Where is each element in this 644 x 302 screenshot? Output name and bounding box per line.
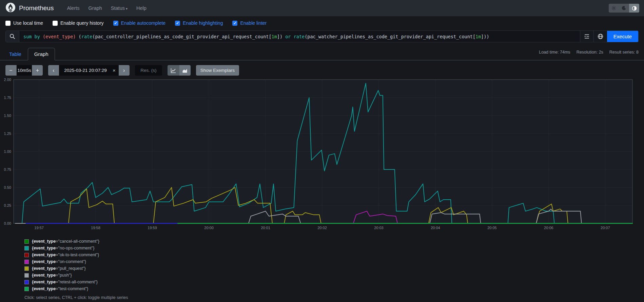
query-expression-input[interactable]: sum by (event_type) (rate(pac_controller… [19, 31, 580, 42]
svg-text:19:59: 19:59 [148, 226, 157, 230]
query-token: (pac_controller_pipelines_as_code_git_pr… [92, 34, 271, 39]
legend-label: {event_type="ok-to-test-comment"} [32, 253, 99, 257]
checkbox-checked-icon[interactable]: ✓ [232, 21, 237, 26]
option-label: Enable query history [60, 20, 104, 26]
query-token [40, 34, 43, 39]
metrics-explorer-button[interactable] [593, 31, 607, 42]
legend-swatch [24, 266, 29, 271]
theme-light-button[interactable] [609, 4, 619, 13]
legend-swatch [24, 273, 29, 278]
search-icon [6, 31, 19, 42]
query-token: 1m [475, 34, 481, 39]
svg-text:0.00: 0.00 [4, 221, 11, 225]
datetime-input[interactable] [59, 68, 112, 73]
svg-text:20:03: 20:03 [374, 226, 384, 230]
legend-item-test-comment[interactable]: {event_type="test-comment"} [24, 286, 644, 291]
line-chart-icon [171, 68, 176, 73]
range-input[interactable] [16, 65, 32, 76]
query-token: (pac_watcher_pipelines_as_code_git_provi… [305, 34, 475, 39]
svg-text:1.00: 1.00 [4, 149, 11, 154]
resolution-input[interactable] [135, 65, 162, 76]
svg-text:20:04: 20:04 [431, 226, 440, 230]
legend-swatch [24, 239, 29, 244]
checkbox-icon[interactable] [53, 21, 58, 26]
option-use-local-time[interactable]: Use local time [5, 20, 43, 26]
clear-time-icon[interactable]: × [112, 67, 119, 73]
resolution: Resolution: 2s [577, 50, 603, 55]
nav-item-alerts[interactable]: Alerts [67, 5, 79, 11]
legend-swatch [24, 246, 29, 250]
show-exemplars-button[interactable]: Show Exemplars [196, 65, 239, 76]
query-token: (event_type) [43, 34, 76, 39]
legend-label: {event_type="pull_request"} [32, 266, 86, 271]
time-forward-button[interactable]: › [119, 65, 130, 76]
graph-plot[interactable]: 0.000.250.500.751.001.251.501.752.0019:5… [4, 78, 640, 231]
svg-text:1.75: 1.75 [4, 96, 11, 100]
datetime-field: × [59, 65, 119, 76]
query-token [32, 34, 34, 39]
navbar: Prometheus Alerts Graph Status▾ Help [0, 0, 644, 16]
checkbox-checked-icon[interactable]: ✓ [113, 21, 118, 26]
option-enable-highlighting[interactable]: ✓Enable highlighting [175, 20, 223, 26]
svg-text:19:58: 19:58 [91, 226, 100, 230]
half-circle-icon [632, 6, 637, 11]
query-token: ]) [277, 34, 285, 39]
legend-item-on-comment[interactable]: {event_type="on-comment"} [24, 259, 644, 264]
option-label: Enable highlighting [183, 20, 223, 26]
option-label: Use local time [13, 20, 43, 26]
svg-text:0.75: 0.75 [4, 167, 11, 172]
line-chart-button[interactable] [168, 65, 179, 76]
svg-text:20:07: 20:07 [601, 226, 610, 230]
tab-table[interactable]: Table [3, 48, 28, 60]
globe-icon [598, 34, 603, 39]
query-token [291, 34, 294, 39]
range-decrease-button[interactable]: − [5, 65, 16, 76]
tab-graph[interactable]: Graph [28, 48, 55, 60]
legend-item-retest-all-comment[interactable]: {event_type="retest-all-comment"} [24, 280, 644, 284]
legend-swatch [24, 287, 29, 291]
prometheus-logo-icon [5, 2, 16, 14]
legend-item-ok-to-test-comment[interactable]: {event_type="ok-to-test-comment"} [24, 253, 644, 257]
chevron-down-icon: ▾ [126, 7, 128, 11]
brand[interactable]: Prometheus [5, 2, 54, 14]
tree-view-icon [584, 34, 590, 39]
time-back-button[interactable]: ‹ [48, 65, 59, 76]
legend-item-push[interactable]: {event_type="push"} [24, 273, 644, 278]
option-enable-linter[interactable]: ✓Enable linter [232, 20, 267, 26]
stacked-chart-button[interactable] [179, 65, 191, 76]
checkbox-icon[interactable] [5, 21, 11, 26]
checkbox-checked-icon[interactable]: ✓ [175, 21, 180, 26]
option-enable-autocomplete[interactable]: ✓Enable autocomplete [113, 20, 166, 26]
query-token: rate [81, 34, 93, 39]
legend-label: {event_type="test-comment"} [32, 286, 88, 291]
chart-area: 0.000.250.500.751.001.251.501.752.0019:5… [0, 77, 644, 232]
time-control-group: ‹ × › [48, 65, 130, 76]
query-token: ( [76, 34, 81, 39]
legend-label: {event_type="on-comment"} [32, 259, 86, 264]
range-increase-button[interactable]: + [32, 65, 43, 76]
svg-text:1.25: 1.25 [4, 132, 11, 136]
theme-dark-button[interactable] [619, 4, 629, 13]
query-token: or [285, 34, 291, 39]
query-token: 1m [272, 34, 277, 39]
svg-text:20:01: 20:01 [261, 226, 270, 230]
sun-icon [611, 6, 616, 11]
query-stats: Load time: 74ms Resolution: 2s Result se… [539, 50, 639, 55]
legend-item-cancel-all-comment[interactable]: {event_type="cancel-all-comment"} [24, 239, 644, 244]
legend-item-no-ops-comment[interactable]: {event_type="no-ops-comment"} [24, 246, 644, 250]
nav-item-graph[interactable]: Graph [89, 5, 102, 11]
svg-text:2.00: 2.00 [4, 78, 11, 82]
theme-auto-button[interactable] [629, 4, 639, 13]
range-control-group: − + [5, 65, 43, 76]
option-label: Enable linter [240, 20, 267, 26]
legend-item-pull_request[interactable]: {event_type="pull_request"} [24, 266, 644, 271]
option-enable-query-history[interactable]: Enable query history [53, 20, 104, 26]
moon-icon [622, 6, 626, 11]
nav-item-status[interactable]: Status▾ [111, 5, 128, 11]
legend-label: {event_type="cancel-all-comment"} [32, 239, 99, 244]
app-title: Prometheus [19, 4, 54, 12]
svg-text:0.50: 0.50 [4, 185, 11, 189]
query-tree-view-button[interactable] [580, 31, 593, 42]
nav-item-help[interactable]: Help [136, 5, 147, 11]
execute-button[interactable]: Execute [607, 31, 638, 42]
